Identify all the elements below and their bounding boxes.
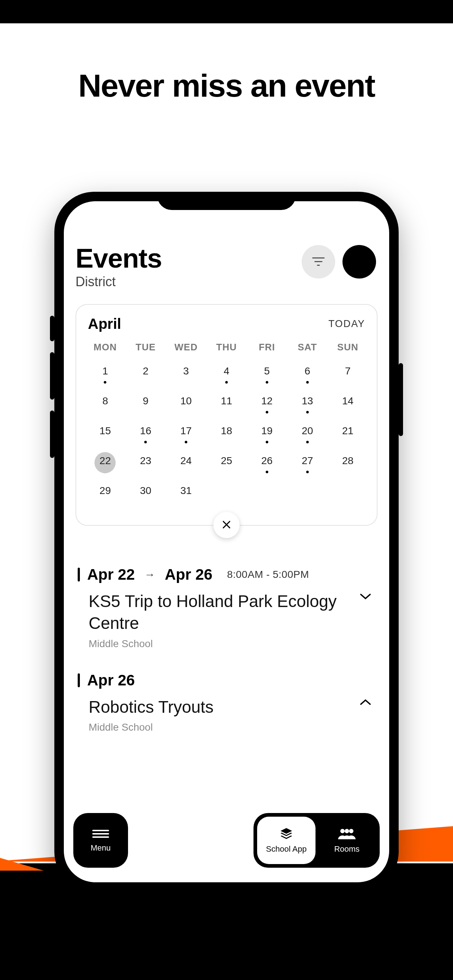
calendar-day[interactable]: 1 — [85, 360, 126, 390]
tab-label: School App — [266, 845, 306, 854]
svg-point-3 — [345, 829, 349, 834]
calendar-day[interactable]: 6 — [287, 360, 327, 390]
event-date-row: Apr 22→Apr 268:00AM-5:00PM — [78, 566, 375, 583]
calendar-button[interactable] — [343, 245, 376, 278]
calendar-card: April TODAY MONTUEWEDTHUFRISATSUN1234567… — [75, 304, 378, 526]
calendar-day-number: 3 — [166, 365, 206, 377]
calendar-day[interactable]: 17 — [166, 419, 206, 449]
people-icon — [338, 827, 356, 842]
calendar-day[interactable]: 12 — [247, 390, 287, 419]
calendar-day[interactable]: 23 — [126, 449, 166, 479]
chevron-up-icon[interactable] — [359, 698, 372, 707]
app-switcher: School AppRooms — [254, 813, 380, 868]
calendar-day[interactable]: 29 — [85, 479, 126, 509]
menu-button[interactable]: Menu — [73, 813, 128, 868]
today-button[interactable]: TODAY — [328, 318, 365, 329]
phone-side-button — [50, 316, 54, 341]
calendar-day[interactable]: 5 — [247, 360, 287, 390]
calendar-day[interactable]: 26 — [247, 449, 287, 479]
arrow-right-icon: → — [144, 568, 155, 581]
calendar-day-number: 27 — [287, 455, 327, 467]
calendar-day[interactable]: 2 — [126, 360, 166, 390]
filter-button[interactable] — [301, 245, 335, 278]
calendar-day-number: 28 — [327, 455, 368, 467]
calendar-day[interactable]: 31 — [166, 479, 206, 509]
calendar-day[interactable]: 16 — [126, 419, 166, 449]
calendar-day[interactable]: 22 — [85, 449, 126, 479]
calendar-day-header: THU — [206, 339, 247, 360]
event-dot-icon — [266, 471, 268, 473]
calendar-day[interactable]: 15 — [85, 419, 126, 449]
menu-icon — [92, 828, 109, 840]
calendar-day[interactable]: 21 — [327, 419, 368, 449]
page-subtitle: District — [75, 274, 162, 290]
event-accent-bar — [78, 673, 80, 687]
bottom-bar: Menu School AppRooms — [73, 813, 380, 868]
event-dot-icon — [225, 381, 228, 383]
calendar-day-number: 21 — [327, 425, 368, 437]
event-dot-icon — [144, 441, 147, 443]
event-item[interactable]: Apr 22→Apr 268:00AM-5:00PMKS5 Trip to Ho… — [78, 566, 375, 650]
calendar-day-number: 12 — [247, 395, 287, 407]
filter-icon — [312, 258, 325, 266]
calendar-day-number: 2 — [126, 365, 166, 377]
event-dot-icon — [266, 441, 268, 443]
calendar-day-number: 29 — [85, 485, 126, 496]
calendar-day-number: 26 — [247, 455, 287, 467]
calendar-day[interactable]: 8 — [85, 390, 126, 419]
event-title: Robotics Tryouts — [89, 696, 214, 718]
calendar-day[interactable]: 25 — [206, 449, 247, 479]
tab-rooms[interactable]: Rooms — [318, 817, 376, 864]
calendar-day-number: 16 — [126, 425, 166, 437]
event-accent-bar — [78, 568, 80, 582]
event-dot-icon — [306, 381, 309, 383]
calendar-day[interactable]: 9 — [126, 390, 166, 419]
calendar-close-button[interactable] — [214, 512, 239, 538]
layers-icon — [278, 827, 295, 842]
event-dot-icon — [306, 441, 309, 443]
event-location: Middle School — [78, 638, 375, 650]
calendar-day[interactable]: 18 — [206, 419, 247, 449]
phone-frame: Events District — [54, 192, 399, 892]
app-screen: Events District — [64, 201, 389, 882]
calendar-day-number: 31 — [166, 485, 206, 496]
calendar-day[interactable]: 19 — [247, 419, 287, 449]
calendar-day-number: 18 — [206, 425, 247, 437]
promo-top-bar — [0, 0, 453, 23]
event-body: KS5 Trip to Holland Park Ecology Centre — [78, 590, 375, 635]
calendar-day[interactable]: 10 — [166, 390, 206, 419]
calendar-day[interactable]: 20 — [287, 419, 327, 449]
calendar-day[interactable]: 11 — [206, 390, 247, 419]
event-date-row: Apr 26 — [78, 671, 375, 689]
chevron-down-icon[interactable] — [359, 593, 372, 601]
phone-side-button — [50, 410, 54, 458]
calendar-day-number: 9 — [126, 395, 166, 407]
calendar-day-number: 25 — [206, 455, 247, 467]
calendar-day-header: WED — [166, 339, 206, 360]
calendar-day[interactable]: 28 — [327, 449, 368, 479]
calendar-day-number: 4 — [206, 365, 247, 377]
calendar-day[interactable]: 30 — [126, 479, 166, 509]
svg-point-4 — [349, 829, 353, 834]
calendar-day[interactable]: 27 — [287, 449, 327, 479]
calendar-day-number: 20 — [287, 425, 327, 437]
calendar-day-number: 11 — [206, 395, 247, 407]
calendar-day[interactable]: 14 — [327, 390, 368, 419]
event-dot-icon — [185, 441, 187, 443]
calendar-day-number: 6 — [287, 365, 327, 377]
calendar-day-number: 5 — [247, 365, 287, 377]
calendar-month: April — [88, 316, 121, 332]
event-item[interactable]: Apr 26Robotics TryoutsMiddle School — [78, 671, 375, 733]
calendar-day[interactable]: 3 — [166, 360, 206, 390]
event-dot-icon — [104, 381, 107, 383]
calendar-day[interactable]: 13 — [287, 390, 327, 419]
calendar-day-number: 23 — [126, 455, 166, 467]
calendar-day[interactable]: 24 — [166, 449, 206, 479]
tab-school-app[interactable]: School App — [257, 817, 316, 864]
calendar-day[interactable]: 4 — [206, 360, 247, 390]
event-end-date: Apr 26 — [165, 566, 213, 583]
calendar-day[interactable]: 7 — [327, 360, 368, 390]
event-dot-icon — [266, 381, 268, 383]
calendar-day-number: 14 — [327, 395, 368, 407]
phone-side-button — [50, 352, 54, 399]
